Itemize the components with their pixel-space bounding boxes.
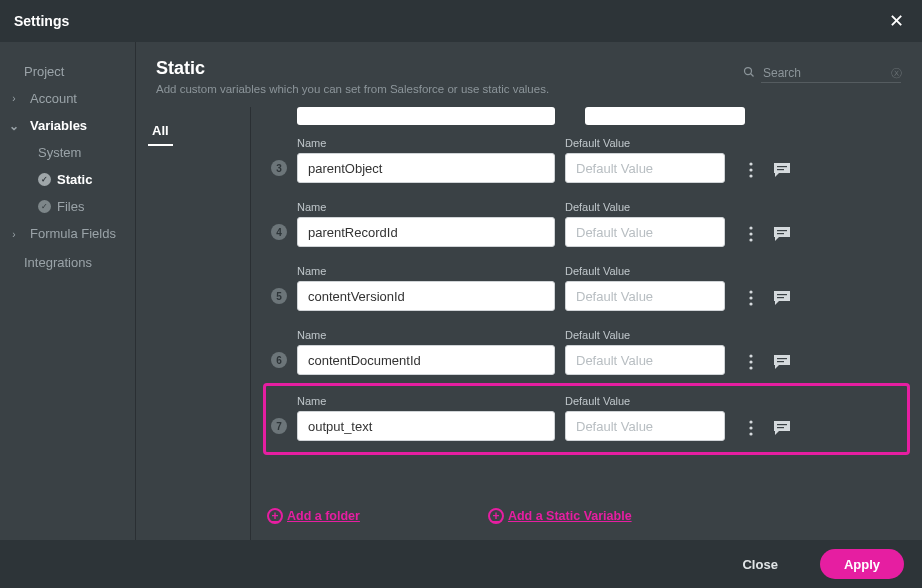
svg-point-22 [749,420,752,423]
svg-point-7 [749,226,752,229]
variable-default-input[interactable] [565,345,725,375]
sidebar-item-files[interactable]: ✓ Files [0,193,135,220]
name-label: Name [297,265,555,277]
tabs-column: All [136,107,251,540]
default-label: Default Value [565,395,725,407]
name-label: Name [297,137,555,149]
row-number-badge: 7 [271,418,287,434]
check-icon: ✓ [38,200,51,213]
svg-point-24 [749,432,752,435]
sidebar-item-static[interactable]: ✓ Static [0,166,135,193]
row-number-badge: 5 [271,288,287,304]
svg-rect-25 [777,424,787,425]
default-label: Default Value [565,329,725,341]
variable-row-partial [271,107,902,125]
row-number-badge: 3 [271,160,287,176]
svg-rect-11 [777,233,784,234]
more-icon[interactable] [749,354,753,370]
svg-rect-10 [777,230,787,231]
chevron-right-icon: › [8,93,20,104]
svg-point-19 [749,366,752,369]
sidebar-item-integrations[interactable]: Integrations [0,249,135,276]
svg-point-12 [749,290,752,293]
default-label: Default Value [565,201,725,213]
row-number-badge: 4 [271,224,287,240]
chevron-down-icon: ⌄ [8,119,20,133]
variable-name-input[interactable] [297,153,555,183]
add-static-variable-link[interactable]: + Add a Static Variable [488,508,632,524]
variables-list: 3 Name Default Value [251,107,922,498]
plus-circle-icon: + [488,508,504,524]
svg-rect-5 [777,166,787,167]
variable-default-input[interactable] [565,281,725,311]
name-label: Name [297,329,555,341]
sidebar-item-project[interactable]: Project [0,58,135,85]
svg-point-8 [749,232,752,235]
sidebar: Project › Account ⌄ Variables System ✓ S… [0,42,135,540]
default-label: Default Value [565,137,725,149]
svg-rect-16 [777,297,784,298]
svg-point-9 [749,238,752,241]
comment-icon[interactable] [773,420,791,436]
name-label: Name [297,201,555,213]
svg-point-3 [749,168,752,171]
sidebar-item-formula-fields[interactable]: › Formula Fields [0,220,135,249]
svg-rect-20 [777,358,787,359]
bottom-links: + Add a folder + Add a Static Variable [251,498,922,540]
svg-point-4 [749,174,752,177]
sidebar-item-system[interactable]: System [0,139,135,166]
comment-icon[interactable] [773,290,791,306]
comment-icon[interactable] [773,162,791,178]
comment-icon[interactable] [773,226,791,242]
variable-name-input[interactable] [297,217,555,247]
tab-all[interactable]: All [148,117,173,146]
variable-row: 6 Name Default Value [271,321,902,385]
sidebar-item-account[interactable]: › Account [0,85,135,112]
plus-circle-icon: + [267,508,283,524]
more-icon[interactable] [749,290,753,306]
svg-point-0 [745,68,752,75]
close-button[interactable]: Close [718,549,801,579]
variable-row: 4 Name Default Value [271,193,902,257]
variable-name-input[interactable] [297,345,555,375]
titlebar: Settings ✕ [0,0,922,42]
settings-modal: Settings ✕ Project › Account ⌄ Variables… [0,0,922,588]
comment-icon[interactable] [773,354,791,370]
page-subtitle: Add custom variables which you can set f… [156,83,549,95]
variable-name-input[interactable] [297,281,555,311]
check-icon: ✓ [38,173,51,186]
more-icon[interactable] [749,162,753,178]
svg-point-23 [749,426,752,429]
sidebar-item-variables[interactable]: ⌄ Variables [0,112,135,139]
variable-row: 5 Name Default Value [271,257,902,321]
more-icon[interactable] [749,226,753,242]
default-label: Default Value [565,265,725,277]
variable-row: 3 Name Default Value [271,129,902,193]
svg-point-13 [749,296,752,299]
close-icon[interactable]: ✕ [884,9,908,33]
more-icon[interactable] [749,420,753,436]
svg-point-2 [749,162,752,165]
page-title: Static [156,58,549,79]
svg-rect-26 [777,427,784,428]
svg-line-1 [751,74,754,77]
variable-default-input[interactable] [565,153,725,183]
search-wrap: ⓧ [743,64,902,83]
apply-button[interactable]: Apply [820,549,904,579]
svg-point-17 [749,354,752,357]
svg-rect-21 [777,361,784,362]
svg-rect-6 [777,169,784,170]
content-header: Static Add custom variables which you ca… [136,42,922,107]
variable-row-highlighted: 7 Name Default Value [265,385,908,453]
add-folder-link[interactable]: + Add a folder [267,508,360,524]
clear-icon[interactable]: ⓧ [891,66,902,81]
row-number-badge: 6 [271,352,287,368]
titlebar-title: Settings [14,13,69,29]
search-icon [743,66,755,81]
variable-name-input[interactable] [297,411,555,441]
variable-default-input[interactable] [565,411,725,441]
variable-default-input[interactable] [565,217,725,247]
svg-rect-15 [777,294,787,295]
search-input[interactable] [761,64,901,83]
svg-point-14 [749,302,752,305]
